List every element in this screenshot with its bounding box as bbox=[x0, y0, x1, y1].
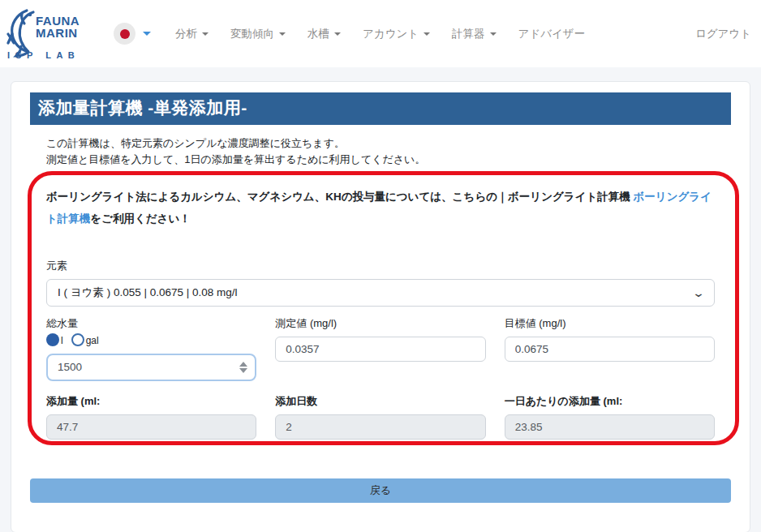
page-title: 添加量計算機 -単発添加用- bbox=[30, 92, 731, 125]
dose-days-column: 添加日数 bbox=[275, 394, 485, 440]
chevron-down-icon bbox=[334, 32, 341, 36]
chevron-down-icon bbox=[279, 32, 286, 36]
balling-light-notice: ボーリングライト法によるカルシウム、マグネシウム、KHの投与量については、こちら… bbox=[46, 187, 715, 230]
element-label: 元素 bbox=[46, 259, 715, 273]
back-button[interactable]: 戻る bbox=[30, 478, 731, 503]
unit-gallon-label: gal bbox=[86, 336, 99, 346]
measured-column: 測定値 (mg/l) bbox=[275, 316, 485, 381]
measured-input[interactable] bbox=[275, 337, 485, 362]
chevron-down-icon bbox=[202, 32, 209, 36]
nav-item-advisor[interactable]: アドバイザー bbox=[518, 27, 586, 41]
logo-line1: FAUNA bbox=[36, 15, 80, 27]
navbar: FAUNA MARIN ICP LAB 分析 変動傾向 水槽 アカウント 計算器 bbox=[0, 0, 761, 67]
chevron-down-icon bbox=[490, 32, 497, 36]
volume-unit-radios: l gal bbox=[46, 333, 256, 346]
volume-label: 総水量 bbox=[46, 316, 256, 331]
nav-item-tank[interactable]: 水槽 bbox=[307, 27, 341, 41]
dose-per-day-label: 一日あたりの添加量 (ml: bbox=[505, 394, 715, 409]
measured-label: 測定値 (mg/l) bbox=[275, 316, 485, 331]
target-label: 目標値 (mg/l) bbox=[505, 316, 715, 331]
dose-per-day-column: 一日あたりの添加量 (ml: bbox=[505, 394, 715, 440]
language-dropdown[interactable] bbox=[114, 23, 151, 45]
logo-text: FAUNA MARIN bbox=[36, 15, 80, 39]
volume-column: 総水量 l gal bbox=[46, 316, 256, 381]
intro-text: この計算機は、特定元素のシンプルな濃度調整に役立ちます。 測定値と目標値を入力し… bbox=[46, 135, 715, 168]
number-stepper[interactable] bbox=[239, 362, 247, 373]
stepper-up-icon[interactable] bbox=[239, 362, 247, 367]
unit-liter-radio[interactable] bbox=[46, 333, 59, 346]
main-navigation: 分析 変動傾向 水槽 アカウント 計算器 アドバイザー bbox=[175, 27, 585, 41]
dose-days-output bbox=[275, 414, 485, 440]
chevron-down-icon: ⌄ bbox=[692, 287, 705, 298]
nav-item-account[interactable]: アカウント bbox=[363, 27, 430, 41]
nav-item-trends[interactable]: 変動傾向 bbox=[230, 27, 286, 41]
dose-days-label: 添加日数 bbox=[275, 394, 485, 409]
dose-total-label: 添加量 (ml: bbox=[46, 394, 256, 409]
element-select[interactable]: I ( ヨウ素 ) 0.055 | 0.0675 | 0.08 mg/l ⌄ bbox=[46, 279, 715, 307]
logo-line2: MARIN bbox=[36, 27, 80, 39]
chevron-down-icon bbox=[423, 32, 430, 36]
target-input[interactable] bbox=[505, 337, 715, 362]
nav-item-analysis[interactable]: 分析 bbox=[175, 27, 209, 41]
volume-input[interactable] bbox=[46, 354, 256, 381]
logo-subtitle: ICP LAB bbox=[7, 50, 80, 60]
calculator-card: 添加量計算機 -単発添加用- この計算機は、特定元素のシンプルな濃度調整に役立ち… bbox=[11, 81, 750, 532]
chevron-down-icon bbox=[143, 32, 151, 36]
main-content: 添加量計算機 -単発添加用- この計算機は、特定元素のシンプルな濃度調整に役立ち… bbox=[0, 67, 761, 532]
nav-item-calculators[interactable]: 計算器 bbox=[452, 27, 497, 41]
unit-gallon-radio[interactable] bbox=[71, 333, 84, 346]
dose-total-output bbox=[46, 414, 256, 440]
dose-per-day-output bbox=[505, 414, 715, 440]
japan-flag-icon bbox=[114, 23, 135, 45]
stepper-down-icon[interactable] bbox=[239, 368, 247, 373]
logout-link[interactable]: ログアウト bbox=[695, 27, 751, 41]
target-column: 目標値 (mg/l) bbox=[505, 316, 715, 381]
dose-total-column: 添加量 (ml: bbox=[46, 394, 256, 440]
unit-liter-label: l bbox=[61, 336, 63, 346]
fauna-marin-logo[interactable]: FAUNA MARIN ICP LAB bbox=[6, 7, 92, 61]
element-select-value: I ( ヨウ素 ) 0.055 | 0.0675 | 0.08 mg/l bbox=[58, 285, 238, 300]
